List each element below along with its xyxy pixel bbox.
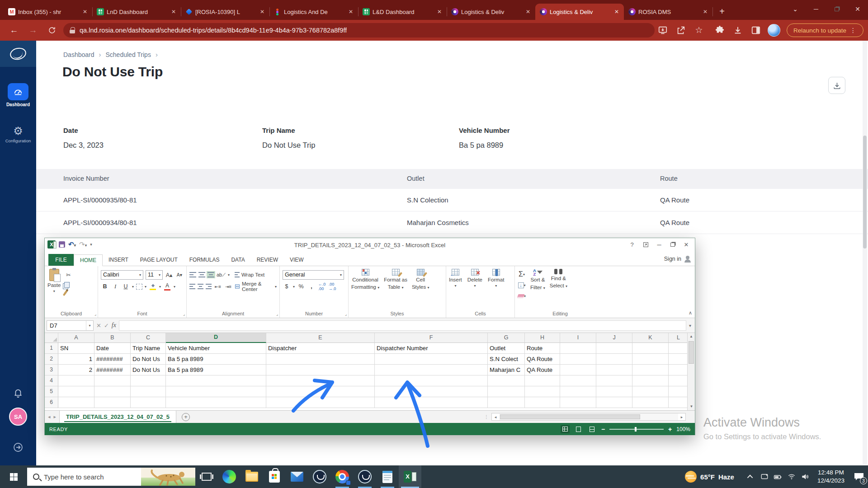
number-format-select[interactable]: General▾ [283,270,344,280]
save-icon[interactable] [59,241,65,248]
zoom-slider-thumb[interactable] [635,427,637,432]
taskbar-notepad[interactable] [376,465,399,488]
zoom-level[interactable]: 100% [676,426,690,432]
excel-logo-icon[interactable]: X [47,240,56,249]
column-header[interactable]: E [266,333,375,343]
zoom-out-icon[interactable]: − [601,426,605,433]
taskbar-app-2[interactable] [354,465,376,488]
add-sheet-icon[interactable]: + [182,413,190,421]
vertical-scrollbar-thumb[interactable] [689,341,694,364]
lock-icon[interactable] [70,27,75,33]
tab-logistics-1[interactable]: Logistics & Deliv ✕ [447,4,535,20]
sign-out-button[interactable] [0,442,36,455]
vertical-scrollbar[interactable]: ▲ ▼ [687,333,695,410]
align-middle-icon[interactable] [198,272,205,277]
tab-lnd-dashboard[interactable]: LnD Dashboard ✕ [92,4,181,20]
taskbar-search[interactable] [27,468,195,486]
format-painter-icon[interactable] [63,291,67,296]
row-header[interactable]: 3 [45,365,58,375]
percent-icon[interactable]: % [297,282,305,291]
bookmark-star-icon[interactable]: ☆ [693,25,704,36]
accounting-format-icon[interactable]: $ [283,282,291,291]
insert-cells-button[interactable]: ← Insert▾ [449,269,462,288]
scroll-left-icon[interactable]: ◂ [492,415,499,419]
tab-close-icon[interactable]: ✕ [524,8,532,15]
font-family-select[interactable]: Calibri▾ [101,270,143,280]
new-tab-button[interactable]: + [715,5,729,19]
bold-button[interactable]: B [101,282,109,291]
minimize-button[interactable]: ─ [806,0,826,18]
excel-minimize-button[interactable]: ─ [652,238,666,251]
comma-icon[interactable]: , [307,282,316,291]
underline-button[interactable]: U [122,282,130,291]
sheet-tab[interactable]: TRIP_DETAILS_2023_12_04_07_02_5 [59,411,176,423]
tab-close-icon[interactable]: ✕ [702,8,709,15]
sidebar-item-dashboard[interactable]: Dashboard [0,83,36,107]
expand-formula-bar-icon[interactable]: ▾ [689,323,693,328]
sheet-row[interactable]: 5 [45,386,688,397]
tab-close-icon[interactable]: ✕ [81,8,89,15]
tab-figma[interactable]: Logistics And De ✕ [269,4,358,20]
normal-view-icon[interactable] [561,425,570,433]
sheet-row[interactable]: 1 SNDateTrip NameVehicle NumberDispatche… [45,343,688,354]
column-header[interactable]: C [131,333,166,343]
page-scrollbar[interactable] [863,41,867,465]
font-size-select[interactable]: 11▾ [146,270,163,280]
column-header[interactable]: K [632,333,669,343]
column-header[interactable]: A [58,333,94,343]
fullscreen-icon[interactable] [639,238,652,251]
excel-restore-button[interactable] [666,238,679,251]
search-input[interactable] [44,473,130,481]
zoom-slider[interactable] [609,429,664,430]
align-bottom-icon[interactable] [208,272,214,277]
excel-close-button[interactable]: ✕ [679,238,693,251]
autosum-icon[interactable]: Σ▾ [518,270,526,279]
row-header[interactable]: 5 [45,386,58,397]
conditional-formatting-button[interactable]: ConditionalFormatting ▾ [351,269,379,291]
decrease-font-icon[interactable]: A▾ [175,270,184,279]
column-header[interactable]: B [94,333,131,343]
increase-indent-icon[interactable]: ⇥≡ [224,282,232,291]
decrease-indent-icon[interactable]: ⇤≡ [214,282,222,291]
dialog-launcher-icon[interactable]: ⌟ [276,312,278,316]
tab-close-icon[interactable]: ✕ [259,8,266,15]
collapse-ribbon-icon[interactable]: ∧ [689,310,692,316]
sheet-nav-left-icon[interactable]: ◂ [45,414,54,420]
column-header[interactable]: F [375,333,488,343]
reload-button[interactable] [45,23,59,37]
taskbar-edge[interactable] [218,465,241,488]
worksheet-grid[interactable]: A B C D E F G H I J K L 1 SNDateTrip Nam… [45,333,688,410]
sheet-row[interactable]: 6 [45,397,688,408]
clear-icon[interactable]: ▾ [518,291,526,300]
restore-button[interactable] [826,0,847,18]
tab-ld-dashboard[interactable]: L&D Dashboard ✕ [358,4,447,20]
taskbar-file-explorer[interactable] [241,465,263,488]
tab-review[interactable]: REVIEW [251,254,284,266]
row-header[interactable]: 1 [45,343,58,354]
redo-icon[interactable]: ↷▾ [79,240,87,249]
enter-icon[interactable]: ✓ [104,322,109,329]
taskbar-chrome[interactable] [331,465,354,488]
extensions-icon[interactable] [714,25,725,36]
column-header[interactable]: I [560,333,596,343]
tab-logistics-active[interactable]: Logistics & Deliv ✕ [535,4,624,20]
formula-input[interactable] [119,320,686,331]
app-logo[interactable] [0,41,36,67]
align-top-icon[interactable] [189,272,196,277]
page-scrollbar-thumb[interactable] [863,136,867,249]
tray-wifi[interactable] [785,465,798,488]
tab-close-icon[interactable]: ✕ [170,8,177,15]
fill-icon[interactable]: ↓▾ [518,281,526,290]
insert-function-icon[interactable]: fx [112,322,116,329]
downloads-icon[interactable] [732,25,743,36]
install-icon[interactable] [657,25,668,36]
tray-volume[interactable] [798,465,812,488]
sidebar-item-configuration[interactable]: ⚙ Configuration [0,126,36,143]
tab-home[interactable]: HOME [74,254,103,266]
taskbar-clock[interactable]: 12:48 PM 12/4/2023 [812,469,850,485]
taskbar-mail[interactable] [286,465,308,488]
share-icon[interactable] [675,25,686,36]
horizontal-scrollbar-thumb[interactable] [500,414,640,419]
fill-color-icon[interactable] [149,282,157,291]
download-trip-button[interactable] [828,77,845,94]
